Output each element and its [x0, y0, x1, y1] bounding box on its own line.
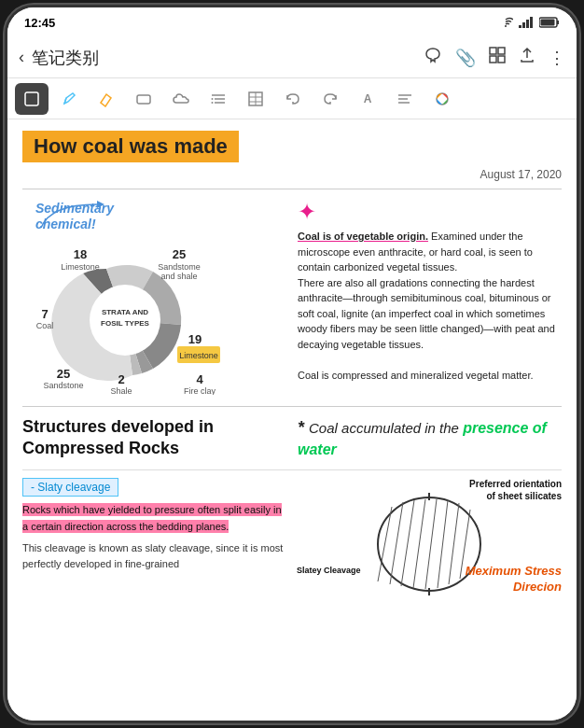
selection-tool[interactable] — [15, 83, 49, 115]
svg-point-18 — [212, 102, 214, 104]
structures-title: Structures developed in Compressed Rocks — [22, 416, 286, 460]
more-icon[interactable]: ⋮ — [549, 48, 565, 68]
attachment-icon[interactable]: 📎 — [455, 48, 476, 68]
svg-text:Sandstome: Sandstome — [158, 262, 201, 272]
list-tool[interactable] — [202, 83, 235, 115]
redo-tool[interactable] — [313, 83, 347, 115]
svg-rect-1 — [519, 25, 521, 28]
preferred-label: Preferred orientation of sheet silicates — [468, 478, 562, 502]
svg-text:25: 25 — [173, 247, 186, 261]
signal-icon — [519, 17, 534, 28]
max-stress-label: Meximum StressDirecion — [466, 564, 562, 595]
sedimentary-arrow — [22, 195, 134, 236]
document-title: How coal was made — [22, 131, 239, 162]
svg-text:4: 4 — [196, 372, 203, 386]
slaty-highlight-text: Rocks which have yielded to pressure oft… — [22, 503, 282, 533]
donut-chart: STRATA AND FOSIL TYPES 18 Limestone 25 S… — [22, 236, 228, 395]
svg-marker-28 — [97, 201, 104, 208]
status-time: 12:45 — [24, 16, 55, 30]
svg-rect-13 — [137, 95, 150, 104]
table-tool[interactable] — [239, 83, 272, 115]
battery-icon — [539, 17, 560, 28]
slaty-left: - Slaty cleavage Rocks which have yielde… — [22, 478, 287, 595]
slaty-highlighted: Rocks which have yielded to pressure oft… — [22, 502, 287, 535]
svg-text:7: 7 — [41, 307, 48, 321]
undo-tool[interactable] — [276, 83, 310, 115]
svg-text:Limestone: Limestone — [179, 351, 218, 360]
svg-text:FOSIL TYPES: FOSIL TYPES — [101, 319, 150, 328]
pen-tool[interactable] — [52, 83, 86, 115]
format-tool[interactable] — [388, 83, 422, 115]
status-bar: 12:45 — [7, 7, 577, 37]
status-icons — [498, 17, 560, 28]
document-date: August 17, 2020 — [22, 168, 562, 181]
cloud-tool[interactable] — [164, 83, 198, 115]
wifi-icon — [498, 17, 513, 28]
svg-rect-11 — [498, 56, 505, 63]
svg-rect-9 — [498, 48, 505, 54]
svg-rect-6 — [557, 21, 559, 24]
svg-text:STRATA AND: STRATA AND — [102, 308, 148, 316]
nav-title: 笔记类别 — [32, 47, 424, 69]
toolbar: A — [7, 78, 577, 119]
slaty-badge: - Slaty cleavage — [22, 478, 118, 497]
coal-bold-text: Coal is of vegetable origin. — [298, 231, 428, 242]
coal-description: Coal is of vegetable origin. Examined un… — [298, 229, 562, 383]
svg-point-0 — [505, 25, 507, 27]
coal-rest-text: Examined under the microscope even anthr… — [298, 231, 555, 381]
document: How coal was made August 17, 2020 Sedime… — [7, 119, 577, 721]
svg-text:Shale: Shale — [110, 386, 132, 395]
eraser-tool[interactable] — [127, 83, 160, 115]
svg-text:and shale: and shale — [160, 272, 197, 281]
svg-point-27 — [439, 96, 445, 102]
layout-icon[interactable] — [489, 47, 506, 68]
coal-accumulated-col: * Coal accumulated in the presence of wa… — [298, 416, 562, 461]
slaty-section: - Slaty cleavage Rocks which have yielde… — [22, 469, 562, 595]
svg-text:Sandstone: Sandstone — [43, 381, 83, 390]
lasso-icon[interactable] — [424, 46, 442, 69]
svg-text:19: 19 — [188, 332, 202, 346]
svg-text:Coal: Coal — [36, 321, 54, 330]
nav-actions: 📎 ⋮ — [424, 46, 565, 69]
svg-text:Fire clay: Fire clay — [184, 386, 216, 395]
device-frame: 12:45 ‹ 笔记类别 — [7, 7, 577, 721]
slaty-sub-text: This cleavage is known as slaty cleavage… — [22, 540, 287, 571]
structures-col: Structures developed in Compressed Rocks — [22, 416, 286, 461]
chart-column: Sedimentarychemical! — [22, 199, 286, 395]
nav-bar: ‹ 笔记类别 📎 ⋮ — [7, 37, 577, 78]
svg-text:25: 25 — [57, 367, 70, 381]
svg-rect-2 — [522, 22, 525, 28]
svg-rect-8 — [490, 48, 496, 54]
svg-rect-3 — [526, 20, 529, 28]
slaty-right: Preferred orientation of sheet silicates — [297, 478, 562, 595]
svg-rect-10 — [490, 56, 496, 63]
svg-rect-7 — [541, 20, 555, 26]
svg-rect-4 — [530, 17, 533, 28]
bottom-section: Structures developed in Compressed Rocks… — [22, 406, 562, 461]
right-column: ✦ Coal is of vegetable origin. Examined … — [298, 199, 562, 395]
share-icon[interactable] — [519, 47, 535, 68]
svg-rect-12 — [25, 92, 38, 105]
highlighter-tool[interactable] — [90, 83, 123, 115]
svg-text:18: 18 — [74, 247, 87, 261]
svg-text:Limestone: Limestone — [61, 262, 100, 272]
coal-accumulated-text: Coal accumulated in the — [309, 420, 463, 436]
color-tool[interactable] — [425, 83, 459, 115]
star-decoration: ✦ — [298, 199, 562, 225]
slatey-label: Slatey Cleavage — [297, 566, 361, 577]
svg-point-17 — [212, 98, 214, 100]
back-button[interactable]: ‹ — [19, 48, 24, 67]
title-divider — [22, 189, 562, 189]
svg-text:2: 2 — [118, 372, 124, 386]
main-content: Sedimentarychemical! — [22, 199, 562, 395]
search-text-tool[interactable]: A — [351, 83, 384, 115]
